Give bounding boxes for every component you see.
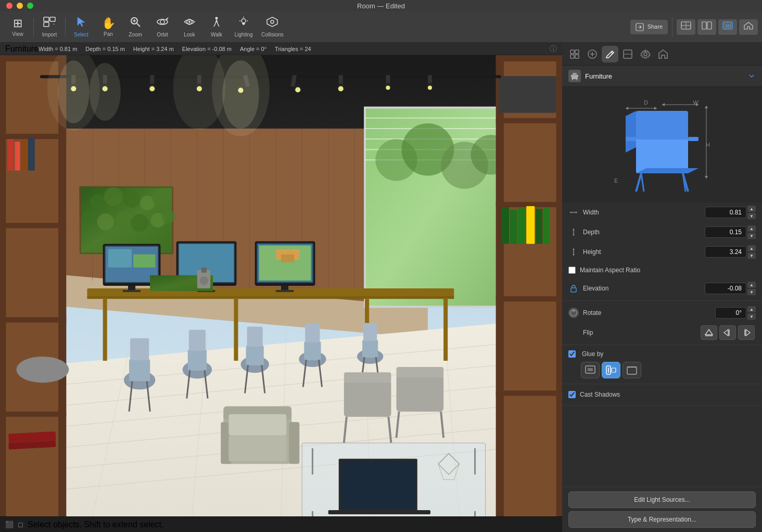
svg-rect-252 [576, 79, 577, 80]
rotate-input[interactable] [715, 307, 746, 319]
width-input[interactable] [705, 207, 746, 218]
svg-line-267 [636, 173, 641, 192]
svg-rect-0 [44, 17, 49, 21]
svg-rect-147 [87, 296, 454, 299]
tab-home[interactable] [655, 46, 671, 62]
height-up-button[interactable]: ▲ [747, 245, 756, 251]
svg-point-12 [215, 17, 218, 20]
svg-point-11 [188, 21, 190, 23]
glue-btn-wall[interactable] [602, 362, 620, 378]
width-status: Width = 0.81 m [39, 46, 77, 52]
close-button[interactable] [6, 3, 12, 9]
minimize-button[interactable] [17, 3, 23, 9]
svg-rect-296 [627, 367, 637, 374]
tab-objects[interactable] [566, 46, 583, 62]
svg-rect-238 [570, 50, 574, 54]
category-selector[interactable]: Furniture [562, 66, 762, 87]
svg-rect-184 [247, 327, 263, 347]
tab-view-2d[interactable] [619, 46, 636, 62]
svg-rect-167 [276, 290, 294, 292]
glue-checkbox[interactable] [568, 350, 576, 358]
width-label: Width [583, 209, 705, 216]
rotate-label: Rotate [583, 309, 715, 316]
svg-rect-95 [15, 142, 20, 170]
lock-icon[interactable] [568, 283, 579, 294]
toolbar-collisions[interactable]: Collisions [257, 14, 288, 41]
elevation-input[interactable] [705, 283, 746, 294]
chair-illustration [610, 95, 714, 194]
move-icon-bottom: ◻ [18, 521, 23, 528]
3d-viewport[interactable] [0, 55, 562, 516]
svg-rect-107 [556, 55, 562, 516]
triangles-status: Triangles = 24 [275, 46, 311, 52]
info-icon: ⓘ [550, 44, 557, 54]
tab-edit[interactable] [602, 46, 618, 62]
width-down-button[interactable]: ▼ [747, 213, 756, 219]
depth-down-button[interactable]: ▼ [747, 233, 756, 239]
height-input[interactable] [705, 246, 746, 258]
svg-rect-106 [496, 55, 504, 516]
svg-point-224 [17, 357, 69, 383]
height-status: Height = 3.24 m [133, 46, 174, 52]
maintain-aspect-checkbox[interactable] [568, 267, 576, 274]
svg-point-284 [573, 310, 575, 312]
view-mode-3d-button[interactable]: 3D [718, 19, 737, 35]
toolbar-walk[interactable]: Walk [203, 14, 230, 41]
tab-settings[interactable] [637, 46, 654, 62]
flip-horizontal-right-button[interactable] [738, 325, 755, 340]
collisions-icon [266, 16, 278, 31]
maintain-aspect-row: Maintain Aspect Ratio [562, 262, 762, 278]
edit-light-sources-button[interactable]: Edit Light Sources... [568, 491, 756, 508]
toolbar-look[interactable]: Look [176, 14, 203, 41]
type-representation-button[interactable]: Type & Representation... [568, 511, 756, 528]
glue-buttons-container [581, 362, 756, 378]
flip-vertical-button[interactable] [701, 325, 717, 340]
cast-shadows-checkbox[interactable] [568, 391, 576, 398]
elevation-down-button[interactable]: ▼ [747, 289, 756, 295]
cast-shadows-label: Cast Shadows [580, 391, 620, 398]
walk-icon [210, 16, 223, 31]
depth-up-button[interactable]: ▲ [747, 225, 756, 232]
toolbar-zoom[interactable]: Zoom [122, 14, 149, 41]
svg-rect-203 [344, 380, 391, 416]
tab-add[interactable] [584, 46, 601, 62]
toolbar-orbit[interactable]: Orbit [149, 14, 176, 41]
height-down-button[interactable]: ▼ [747, 252, 756, 259]
toolbar-import[interactable]: + Import [36, 14, 63, 41]
svg-point-49 [90, 194, 106, 210]
svg-rect-292 [588, 368, 593, 371]
titlebar: Room — Edited [0, 0, 762, 11]
svg-rect-173 [129, 359, 150, 381]
glue-btn-floor[interactable] [581, 362, 600, 378]
svg-rect-218 [328, 510, 430, 514]
maximize-button[interactable] [27, 3, 33, 9]
toolbar-select[interactable]: Select [68, 14, 95, 41]
svg-rect-112 [536, 209, 542, 244]
elevation-up-button[interactable]: ▲ [747, 282, 756, 288]
svg-rect-240 [570, 55, 574, 58]
width-up-button[interactable]: ▲ [747, 206, 756, 212]
toolbar-lighting[interactable]: Lighting [230, 14, 257, 41]
depth-stepper: ▲ ▼ [747, 225, 756, 239]
flip-horizontal-left-button[interactable] [719, 325, 736, 340]
toolbar-view[interactable]: ⊞ View [4, 14, 31, 41]
pan-icon: ✋ [101, 17, 116, 30]
svg-rect-201 [228, 414, 286, 435]
svg-rect-166 [281, 286, 288, 290]
view-mode-2d-button[interactable] [677, 19, 695, 35]
main-toolbar: ⊞ View + Import Select ✋ Pan Zoom Orbit [0, 11, 762, 43]
glue-btn-ceiling[interactable] [623, 362, 641, 378]
svg-marker-287 [724, 330, 728, 336]
toolbar-pan[interactable]: ✋ Pan [95, 14, 122, 41]
depth-input[interactable] [705, 226, 746, 238]
svg-point-57 [131, 214, 148, 232]
view-mode-home-button[interactable] [739, 19, 758, 35]
rotate-up-button[interactable]: ▲ [747, 306, 756, 312]
view-mode-split-button[interactable] [697, 19, 716, 35]
svg-rect-97 [28, 138, 35, 170]
svg-rect-149 [234, 298, 238, 361]
rotate-property-row: Rotate ▲ ▼ [562, 303, 762, 323]
share-button[interactable]: Share [630, 20, 668, 34]
rotate-down-button[interactable]: ▼ [747, 313, 756, 320]
svg-rect-154 [128, 286, 135, 290]
